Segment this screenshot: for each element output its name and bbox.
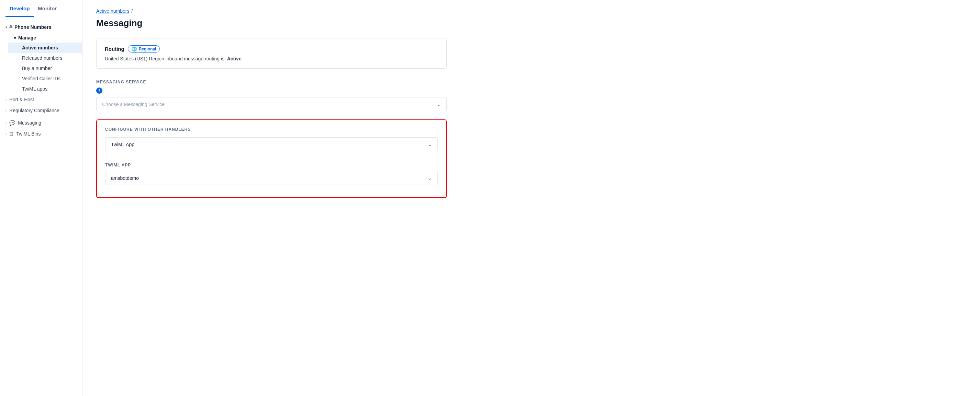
breadcrumb-link[interactable]: Active numbers: [96, 8, 129, 14]
sidebar-item-regulatory-compliance[interactable]: › Regulatory Compliance: [0, 105, 82, 116]
nav-subgroup-manage: ▾ Manage Active numbers Released numbers…: [8, 33, 82, 94]
messaging-label: Messaging: [18, 120, 41, 125]
configure-handlers-label: CONFIGURE WITH OTHER HANDLERS: [105, 127, 438, 132]
routing-badge: 🌐 Regional: [128, 45, 160, 52]
chevron-right-icon: ›: [5, 98, 6, 101]
hash-icon: #: [9, 24, 13, 30]
routing-header: Routing 🌐 Regional: [105, 45, 438, 52]
messaging-service-section: MESSAGING SERVICE ? Choose a Messaging S…: [96, 79, 966, 111]
help-icon[interactable]: ?: [96, 87, 102, 94]
sidebar-item-released-numbers[interactable]: Released numbers: [8, 53, 82, 63]
main-content: Active numbers / Messaging Routing 🌐 Reg…: [83, 0, 980, 396]
routing-badge-text: Regional: [139, 47, 156, 51]
sidebar-item-verified-caller-ids[interactable]: Verified Caller IDs: [8, 73, 82, 84]
port-host-label: Port & Host: [9, 97, 34, 102]
twiml-app-value: amsbotdemo: [111, 175, 139, 181]
chevron-down-icon: ▾: [14, 35, 16, 41]
routing-description-prefix: United States (US1) Region inbound messa…: [105, 56, 226, 62]
regulatory-compliance-label: Regulatory Compliance: [9, 108, 59, 113]
sidebar-item-messaging[interactable]: › 💬 Messaging: [0, 117, 82, 128]
configure-handlers-box: CONFIGURE WITH OTHER HANDLERS TwiML App …: [96, 119, 447, 198]
twiml-app-section-label: TWIML APP: [105, 163, 438, 168]
handler-type-dropdown[interactable]: TwiML App ⌄: [105, 137, 438, 151]
sidebar: Develop Monitor ▾ # Phone Numbers ▾ Mana…: [0, 0, 83, 396]
chevron-down-icon: ⌄: [436, 101, 441, 108]
sidebar-item-twiml-apps[interactable]: TwiML apps: [8, 84, 82, 94]
handler-type-value: TwiML App: [111, 142, 134, 147]
sidebar-item-buy-number[interactable]: Buy a number: [8, 63, 82, 73]
chevron-right-icon: ›: [5, 132, 6, 136]
tab-monitor[interactable]: Monitor: [34, 0, 61, 17]
page-title: Messaging: [96, 18, 966, 29]
messaging-service-label: MESSAGING SERVICE: [96, 79, 966, 84]
chevron-down-icon: ⌄: [428, 141, 432, 147]
sidebar-item-twiml-bins[interactable]: › ⊟ TwiML Bins: [0, 128, 82, 139]
routing-description-status: Active: [227, 56, 242, 62]
sidebar-tab-group: Develop Monitor: [0, 0, 82, 17]
twiml-app-section: TWIML APP amsbotdemo ⌄: [105, 163, 438, 185]
divider: [97, 157, 446, 157]
nav-manage-header[interactable]: ▾ Manage: [8, 33, 82, 43]
messaging-service-placeholder: Choose a Messaging Service: [102, 101, 165, 107]
chevron-down-icon: ▾: [5, 25, 7, 29]
chevron-right-icon: ›: [5, 121, 6, 125]
twiml-bins-label: TwiML Bins: [16, 131, 41, 136]
chevron-right-icon: ›: [5, 109, 6, 112]
twiml-app-dropdown[interactable]: amsbotdemo ⌄: [105, 171, 438, 185]
sidebar-item-port-host[interactable]: › Port & Host: [0, 94, 82, 105]
chevron-down-icon: ⌄: [428, 175, 432, 181]
nav-section-phone-numbers: ▾ # Phone Numbers ▾ Manage Active number…: [0, 21, 82, 116]
tab-develop[interactable]: Develop: [5, 0, 34, 17]
sidebar-item-active-numbers[interactable]: Active numbers: [8, 43, 82, 53]
manage-label: Manage: [18, 35, 36, 41]
nav-group-phone-numbers[interactable]: ▾ # Phone Numbers: [0, 21, 82, 33]
globe-icon: 🌐: [132, 46, 137, 51]
phone-numbers-label: Phone Numbers: [14, 24, 51, 30]
routing-description: United States (US1) Region inbound messa…: [105, 56, 438, 62]
breadcrumb: Active numbers /: [96, 8, 966, 14]
sidebar-navigation: ▾ # Phone Numbers ▾ Manage Active number…: [0, 17, 82, 143]
routing-card: Routing 🌐 Regional United States (US1) R…: [96, 38, 447, 69]
chat-icon: 💬: [9, 120, 15, 125]
messaging-service-dropdown[interactable]: Choose a Messaging Service ⌄: [96, 97, 447, 111]
terminal-icon: ⊟: [9, 131, 13, 136]
routing-label: Routing: [105, 46, 124, 52]
breadcrumb-separator: /: [131, 8, 133, 14]
